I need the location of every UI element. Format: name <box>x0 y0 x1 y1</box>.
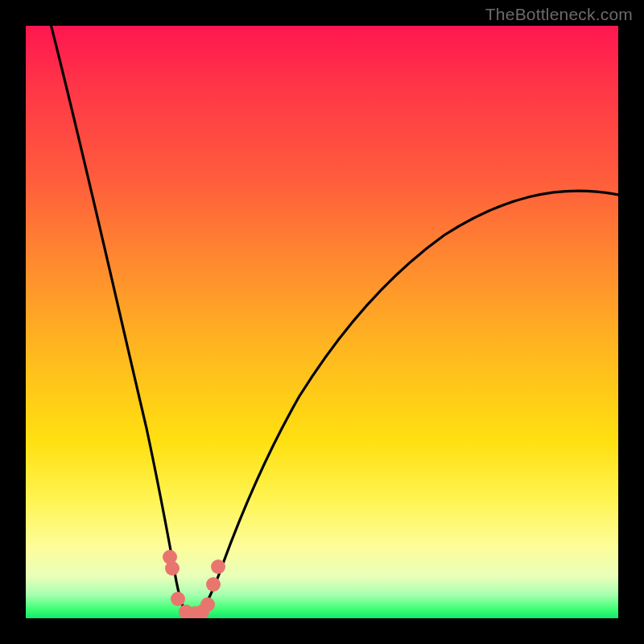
marker-dot <box>171 592 185 606</box>
marker-dot <box>200 597 215 612</box>
marker-dot <box>165 561 180 576</box>
marker-dot <box>206 577 221 592</box>
right-curve <box>192 191 618 617</box>
curve-overlay <box>26 26 618 618</box>
plot-area <box>26 26 618 618</box>
marker-dot <box>211 559 225 574</box>
left-curve <box>50 26 192 617</box>
watermark-text: TheBottleneck.com <box>485 5 633 24</box>
chart-frame: TheBottleneck.com <box>0 0 644 644</box>
marker-group <box>163 550 225 618</box>
